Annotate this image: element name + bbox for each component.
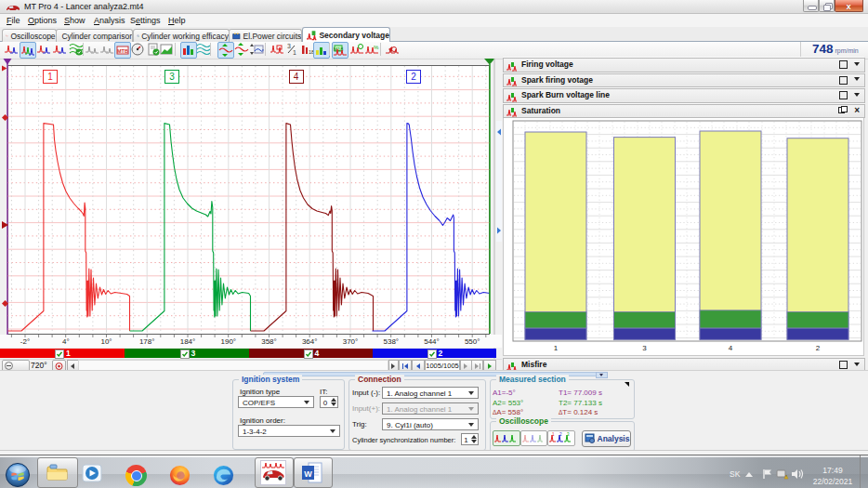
svg-text:3: 3 xyxy=(642,344,647,352)
svg-text:2: 2 xyxy=(816,344,821,352)
svg-text:!: ! xyxy=(785,475,786,480)
svg-text:1: 1 xyxy=(554,344,559,352)
svg-text:1: 1 xyxy=(552,432,555,437)
svg-text:3: 3 xyxy=(567,432,570,437)
svg-text:W: W xyxy=(304,469,312,479)
svg-text:4: 4 xyxy=(729,344,733,352)
svg-text:2: 2 xyxy=(559,432,562,437)
